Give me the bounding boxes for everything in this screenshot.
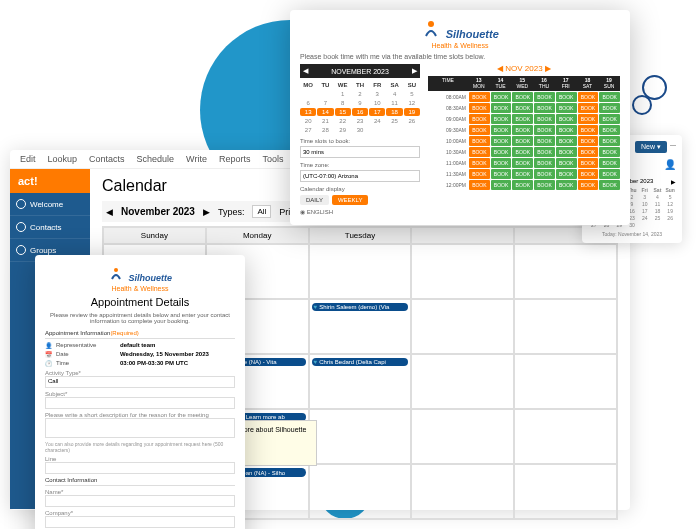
calendar-cell[interactable] [309, 409, 412, 464]
mini-day[interactable]: 4 [652, 194, 664, 200]
book-slot[interactable]: BOOK [556, 180, 577, 190]
mini-day[interactable]: 12 [664, 201, 676, 207]
book-slot[interactable]: BOOK [469, 169, 490, 179]
company-input[interactable] [45, 516, 235, 528]
mini-day[interactable]: 25 [386, 117, 402, 125]
book-slot[interactable]: BOOK [491, 103, 512, 113]
book-slot[interactable]: BOOK [556, 169, 577, 179]
book-slot[interactable]: BOOK [512, 169, 533, 179]
book-slot[interactable]: BOOK [469, 136, 490, 146]
mini-day[interactable]: 24 [639, 215, 651, 221]
book-slot[interactable]: BOOK [599, 136, 620, 146]
weekly-button[interactable]: WEEKLY [332, 195, 369, 205]
book-slot[interactable]: BOOK [512, 147, 533, 157]
menu-lookup[interactable]: Lookup [48, 154, 78, 164]
book-slot[interactable]: BOOK [556, 103, 577, 113]
book-slot[interactable]: BOOK [512, 125, 533, 135]
mini-day[interactable]: 15 [335, 108, 351, 116]
book-slot[interactable]: BOOK [534, 147, 555, 157]
sidebar-item-contacts[interactable]: Contacts [10, 216, 90, 239]
calendar-event[interactable]: Chris Bedard (Delta Capi [312, 358, 409, 366]
cal-next-icon[interactable]: ▶ [203, 207, 210, 217]
book-slot[interactable]: BOOK [556, 125, 577, 135]
book-slot[interactable]: BOOK [578, 158, 599, 168]
book-slot[interactable]: BOOK [578, 136, 599, 146]
book-slot[interactable]: BOOK [469, 158, 490, 168]
line-input[interactable] [45, 462, 235, 474]
mini-day[interactable]: 5 [664, 194, 676, 200]
description-textarea[interactable] [45, 418, 235, 438]
mini-day[interactable]: 10 [639, 201, 651, 207]
mini-next-icon[interactable]: ▶ [671, 178, 676, 185]
calendar-cell[interactable] [411, 354, 514, 409]
calendar-event[interactable]: Shirin Saleem (demo) (Via [312, 303, 409, 311]
mini-day[interactable]: 18 [386, 108, 402, 116]
menu-reports[interactable]: Reports [219, 154, 251, 164]
calendar-cell[interactable]: Chris Bedard (Delta Capi [309, 354, 412, 409]
mini-day[interactable]: 13 [300, 108, 316, 116]
mini-day[interactable]: 19 [664, 208, 676, 214]
today-label[interactable]: Today: November 14, 2023 [588, 231, 676, 237]
book-slot[interactable]: BOOK [534, 158, 555, 168]
book-slot[interactable]: BOOK [534, 103, 555, 113]
calendar-cell[interactable] [514, 464, 617, 519]
book-slot[interactable]: BOOK [469, 114, 490, 124]
book-slot[interactable]: BOOK [512, 103, 533, 113]
book-slot[interactable]: BOOK [491, 180, 512, 190]
mini-day[interactable]: 2 [352, 90, 368, 98]
timezone-select[interactable]: (UTC-07:00) Arizona [300, 170, 420, 182]
book-slot[interactable]: BOOK [556, 147, 577, 157]
types-select[interactable]: All [252, 205, 271, 218]
booking-prev-icon[interactable]: ◀ [303, 67, 308, 75]
book-slot[interactable]: BOOK [534, 169, 555, 179]
book-slot[interactable]: BOOK [512, 158, 533, 168]
book-slot[interactable]: BOOK [556, 92, 577, 102]
mini-day[interactable]: 8 [335, 99, 351, 107]
mini-day[interactable]: 6 [300, 99, 316, 107]
mini-day[interactable]: 27 [300, 126, 316, 134]
calendar-cell[interactable] [411, 244, 514, 299]
mini-day[interactable]: 12 [404, 99, 420, 107]
mini-day[interactable]: 17 [639, 208, 651, 214]
book-slot[interactable]: BOOK [578, 180, 599, 190]
mini-day[interactable]: 3 [369, 90, 385, 98]
book-slot[interactable]: BOOK [469, 103, 490, 113]
book-slot[interactable]: BOOK [512, 92, 533, 102]
language-radio[interactable]: ◉ ENGLISH [300, 208, 420, 215]
mini-day[interactable]: 11 [386, 99, 402, 107]
book-slot[interactable]: BOOK [534, 136, 555, 146]
book-slot[interactable]: BOOK [491, 169, 512, 179]
book-slot[interactable]: BOOK [599, 103, 620, 113]
book-slot[interactable]: BOOK [578, 169, 599, 179]
menu-contacts[interactable]: Contacts [89, 154, 125, 164]
book-slot[interactable]: BOOK [599, 125, 620, 135]
calendar-cell[interactable] [514, 299, 617, 354]
mini-day[interactable]: 7 [317, 99, 333, 107]
calendar-cell[interactable] [514, 244, 617, 299]
book-slot[interactable]: BOOK [578, 103, 599, 113]
mini-day[interactable]: 20 [300, 117, 316, 125]
booking-next-icon[interactable]: ▶ [412, 67, 417, 75]
mini-day[interactable]: 10 [369, 99, 385, 107]
book-slot[interactable]: BOOK [469, 180, 490, 190]
book-slot[interactable]: BOOK [599, 92, 620, 102]
mini-day[interactable]: 5 [404, 90, 420, 98]
book-slot[interactable]: BOOK [556, 136, 577, 146]
mini-day[interactable]: 26 [404, 117, 420, 125]
book-slot[interactable]: BOOK [578, 125, 599, 135]
sidebar-item-welcome[interactable]: Welcome [10, 193, 90, 216]
book-slot[interactable]: BOOK [599, 114, 620, 124]
book-slot[interactable]: BOOK [599, 158, 620, 168]
calendar-cell[interactable] [411, 409, 514, 464]
slot-next-icon[interactable]: ▶ [545, 64, 551, 73]
book-slot[interactable]: BOOK [512, 114, 533, 124]
mini-day[interactable]: 30 [352, 126, 368, 134]
book-slot[interactable]: BOOK [534, 180, 555, 190]
subject-input[interactable] [45, 397, 235, 409]
mini-day[interactable]: 26 [664, 215, 676, 221]
book-slot[interactable]: BOOK [491, 158, 512, 168]
mini-day[interactable]: 9 [352, 99, 368, 107]
mini-day[interactable]: 4 [386, 90, 402, 98]
book-slot[interactable]: BOOK [491, 147, 512, 157]
mini-day[interactable]: 3 [639, 194, 651, 200]
